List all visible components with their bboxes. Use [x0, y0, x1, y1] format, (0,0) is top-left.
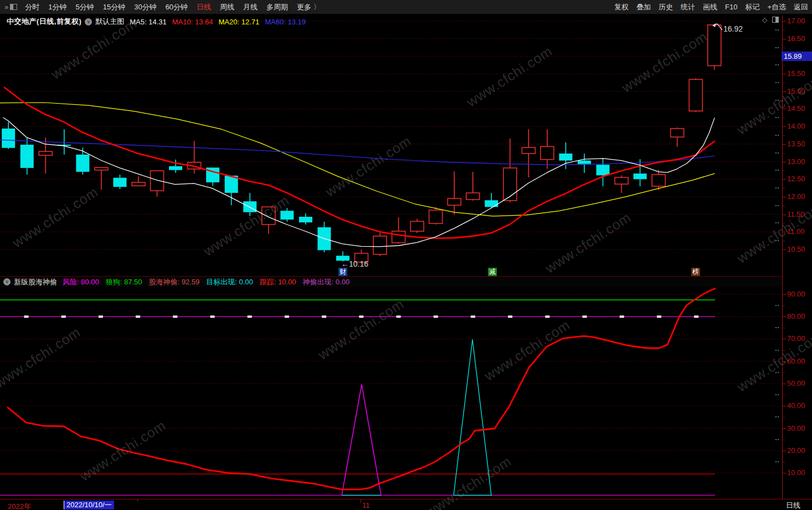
- indicator-axis-label: 30.00: [787, 424, 805, 432]
- axis-dot: [775, 372, 777, 373]
- period-tab-月线[interactable]: 月线: [239, 2, 262, 12]
- price-axis-label: 13.00: [787, 157, 805, 166]
- axis-dot: [775, 240, 777, 241]
- axis-dot: [778, 327, 779, 328]
- period-tab-日线[interactable]: 日线: [192, 2, 215, 12]
- tool-menu: 复权叠加历史统计画线F10标记+自选返回: [610, 2, 812, 12]
- year-label: 2022年: [8, 502, 31, 510]
- period-tab-60分钟[interactable]: 60分钟: [161, 2, 192, 12]
- period-tab-分时[interactable]: 分时: [20, 2, 44, 12]
- axis-minor-tick: [783, 417, 785, 417]
- period-tab-1分钟[interactable]: 1分钟: [44, 2, 71, 12]
- period-tab-多周期[interactable]: 多周期: [262, 2, 292, 12]
- axis-minor-tick: [783, 350, 785, 351]
- axis-tick: [783, 74, 786, 74]
- collapse-panel-icon[interactable]: »: [4, 3, 17, 11]
- price-axis-label: 17.00: [787, 17, 805, 25]
- axis-minor-tick: [783, 373, 785, 373]
- ma-legend-value: MA5: 14.31: [130, 18, 167, 26]
- ma10-line: [4, 88, 715, 238]
- tool-button-F10[interactable]: F10: [721, 3, 741, 11]
- tool-button-返回[interactable]: 返回: [790, 2, 812, 12]
- price-axis-label: 12.00: [787, 192, 805, 201]
- time-axis-bar: 2022年 2022/10/10/一 11: [0, 499, 812, 510]
- axis-minor-tick: [783, 118, 785, 118]
- symbol-title: 中交地产(日线,前复权): [7, 17, 81, 27]
- axis-dot: [778, 350, 779, 351]
- indicator-axis-label: 20.00: [787, 446, 805, 455]
- axis-dot: [775, 170, 777, 171]
- indicator-axis-label: 60.00: [787, 357, 805, 365]
- axis-minor-tick: [783, 188, 785, 188]
- axis-dot: [778, 64, 779, 65]
- axis-dot: [778, 187, 779, 188]
- period-tab-5分钟[interactable]: 5分钟: [71, 2, 98, 12]
- tool-button-历史[interactable]: 历史: [655, 2, 677, 12]
- indicator-header: ∨ 新版股海神偷 风险: 80.00狼狗: 87.50股海神偷: 92.59目标…: [0, 276, 782, 287]
- axis-minor-tick: [783, 305, 785, 306]
- price-axis-label: 15.00: [787, 87, 805, 95]
- axis-dot: [775, 327, 777, 328]
- selected-date-chip: 2022/10/10/一: [64, 501, 114, 509]
- tool-button-叠加[interactable]: 叠加: [633, 2, 655, 12]
- axis-minor-tick: [783, 30, 785, 30]
- axis-minor-tick: [783, 328, 785, 328]
- window-restore-icon[interactable]: [772, 17, 779, 23]
- axis-dot: [778, 240, 779, 241]
- axis-dot: [778, 170, 779, 171]
- indicator-name[interactable]: 新版股海神偷: [14, 277, 57, 287]
- target-spike: [454, 339, 491, 495]
- price-axis-label: 13.50: [787, 140, 805, 148]
- axis-dot: [778, 372, 779, 373]
- axis-minor-tick: [783, 170, 785, 171]
- diamond-icon[interactable]: ◇: [762, 16, 767, 24]
- axis-dot: [778, 100, 779, 101]
- event-marker-减: 减: [488, 268, 497, 276]
- chevron-down-icon[interactable]: ∨: [3, 278, 11, 285]
- axis-tick: [783, 144, 786, 145]
- indicator-chart[interactable]: [0, 287, 782, 499]
- axis-minor-tick: [783, 153, 785, 154]
- overlay-selector[interactable]: 默认主图: [95, 17, 124, 27]
- axis-minor-tick: [783, 100, 785, 101]
- axis-dot: [775, 47, 777, 48]
- axis-tick: [783, 451, 786, 451]
- chevron-down-icon[interactable]: ∨: [85, 18, 92, 26]
- period-tab-15分钟[interactable]: 15分钟: [99, 2, 130, 12]
- tool-button-统计[interactable]: 统计: [677, 2, 699, 12]
- axis-minor-tick: [783, 206, 785, 206]
- trading-app-window: » 分时1分钟5分钟15分钟30分钟60分钟日线周线月线多周期更多 〉 复权叠加…: [0, 0, 812, 510]
- ma-legend-value: MA60: 13.19: [265, 18, 306, 26]
- tool-button-标记[interactable]: 标记: [741, 2, 763, 12]
- axis-dot: [775, 461, 777, 462]
- axis-minor-tick: [783, 83, 785, 83]
- axis-tick: [783, 179, 786, 180]
- axis-dot: [775, 416, 777, 417]
- axis-tick: [783, 162, 786, 162]
- axis-dot: [775, 439, 777, 440]
- tool-button-画线[interactable]: 画线: [699, 2, 721, 12]
- axis-dot: [775, 82, 777, 83]
- axis-dot: [778, 461, 779, 462]
- period-tab-更多 〉[interactable]: 更多 〉: [292, 2, 325, 12]
- time-tick: [361, 499, 361, 503]
- period-tab-周线[interactable]: 周线: [215, 2, 239, 12]
- indicator-axis-label: 10.00: [787, 468, 805, 477]
- last-price-badge: 15.89: [782, 52, 812, 61]
- axis-tick: [783, 249, 786, 250]
- indicator-stat: 风险: 80.00: [63, 277, 99, 287]
- indicator-stat: 股海神偷: 92.59: [149, 277, 200, 287]
- main-chart-header: 中交地产(日线,前复权) ∨ 默认主图 MA5: 14.31MA10: 13.6…: [7, 17, 311, 27]
- main-candlestick-chart[interactable]: [0, 16, 782, 276]
- indicator-axis-label: 70.00: [787, 334, 805, 343]
- tool-button-复权[interactable]: 复权: [610, 2, 633, 12]
- axis-tick: [783, 232, 786, 232]
- axis-dot: [778, 205, 779, 206]
- axis-minor-tick: [783, 48, 785, 48]
- indicator-stat: 跟踪: 10.00: [260, 277, 296, 287]
- period-tab-30分钟[interactable]: 30分钟: [130, 2, 161, 12]
- axis-dot: [778, 305, 779, 306]
- low-price-annotation: ←10.16: [341, 259, 368, 268]
- price-axis-label: 14.50: [787, 104, 805, 113]
- tool-button-+自选[interactable]: +自选: [763, 2, 790, 12]
